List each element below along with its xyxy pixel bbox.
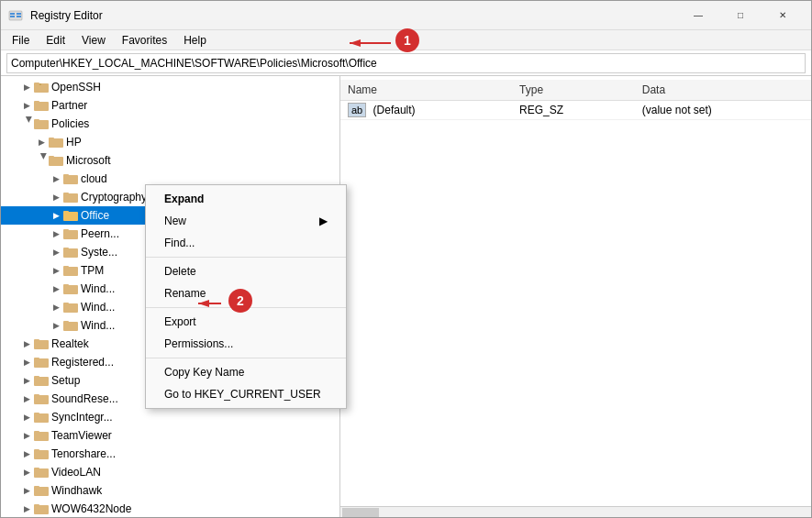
tree-label-hp: HP <box>66 136 82 149</box>
row-data: (value not set) <box>635 101 811 120</box>
main-area: ▶ OpenSSH ▶ Partner ▶ Policies ▶ HP <box>1 76 811 517</box>
svg-rect-19 <box>63 193 69 195</box>
tree-item-partner[interactable]: ▶ Partner <box>1 96 339 115</box>
expand-microsoft[interactable]: ▶ <box>34 153 49 168</box>
tree-label-openssh: OpenSSH <box>51 81 101 94</box>
ab-icon: ab <box>348 103 366 117</box>
ctx-expand[interactable]: Expand <box>146 188 346 210</box>
expand-tpm[interactable]: ▶ <box>49 263 63 278</box>
scrollbar-thumb[interactable] <box>342 508 379 517</box>
tree-item-microsoft[interactable]: ▶ Microsoft <box>1 151 339 170</box>
svg-rect-41 <box>34 394 39 397</box>
tree-item-teamviewer[interactable]: ▶ TeamViewer <box>1 426 339 445</box>
address-input[interactable] <box>6 53 806 73</box>
tree-label-cloud: cloud <box>81 172 107 185</box>
expand-policies[interactable]: ▶ <box>19 116 34 131</box>
expand-teamviewer[interactable]: ▶ <box>19 428 34 443</box>
svg-rect-2 <box>10 16 15 17</box>
svg-rect-39 <box>34 376 39 379</box>
expand-wind1[interactable]: ▶ <box>49 281 63 296</box>
folder-icon-syncintegr <box>34 411 49 424</box>
expand-wow6432node[interactable]: ▶ <box>19 501 34 516</box>
folder-icon-soundrese <box>34 392 49 405</box>
right-panel: Name Type Data ab (Default) REG_SZ (valu… <box>340 76 811 517</box>
registry-table: Name Type Data ab (Default) REG_SZ (valu… <box>340 80 811 120</box>
svg-rect-45 <box>34 431 39 434</box>
expand-syncintegr[interactable]: ▶ <box>19 410 34 424</box>
expand-peern[interactable]: ▶ <box>49 226 63 241</box>
arrow-annotation-1 <box>340 34 400 52</box>
tree-item-hp[interactable]: ▶ HP <box>1 133 339 151</box>
svg-rect-23 <box>63 229 69 232</box>
expand-realtek[interactable]: ▶ <box>19 336 34 351</box>
folder-icon-videolan <box>34 466 49 479</box>
expand-hp[interactable]: ▶ <box>34 135 49 149</box>
folder-icon-cloud <box>63 172 78 185</box>
ctx-new[interactable]: New ▶ <box>146 210 346 232</box>
tree-label-wow6432node: WOW6432Node <box>51 502 131 515</box>
svg-rect-47 <box>34 449 39 452</box>
ctx-permissions[interactable]: Permissions... <box>146 333 346 355</box>
svg-rect-17 <box>63 174 69 177</box>
tree-item-windhawk[interactable]: ▶ Windhawk <box>1 481 339 500</box>
horizontal-scrollbar[interactable] <box>340 506 811 517</box>
folder-icon-partner <box>34 99 49 112</box>
tree-label-videolan: VideoLAN <box>51 466 101 479</box>
folder-icon-syste <box>63 246 78 259</box>
expand-syste[interactable]: ▶ <box>49 245 63 259</box>
expand-videolan[interactable]: ▶ <box>19 465 34 479</box>
address-bar <box>1 50 811 76</box>
minimize-button[interactable]: — <box>677 1 719 30</box>
ctx-export[interactable]: Export <box>146 311 346 333</box>
menu-file[interactable]: File <box>5 32 37 49</box>
menu-view[interactable]: View <box>74 32 113 49</box>
expand-soundrese[interactable]: ▶ <box>19 391 34 406</box>
svg-rect-53 <box>34 504 39 507</box>
folder-icon-wind3 <box>63 319 78 332</box>
folder-icon-policies <box>34 117 49 130</box>
annotation-1: 1 <box>395 28 419 52</box>
expand-wind2[interactable]: ▶ <box>49 300 63 314</box>
tree-item-tenorshare[interactable]: ▶ Tenorshare... <box>1 445 339 463</box>
expand-setup[interactable]: ▶ <box>19 373 34 388</box>
ctx-copy-key-name[interactable]: Copy Key Name <box>146 361 346 383</box>
tree-label-setup: Setup <box>51 374 80 387</box>
tree-item-videolan[interactable]: ▶ VideoLAN <box>1 463 339 481</box>
expand-registered[interactable]: ▶ <box>19 355 34 369</box>
menu-edit[interactable]: Edit <box>39 32 72 49</box>
tree-label-syste: Syste... <box>81 246 117 259</box>
svg-rect-13 <box>49 138 54 140</box>
expand-cryptography[interactable]: ▶ <box>49 190 63 204</box>
expand-partner[interactable]: ▶ <box>19 98 34 113</box>
svg-rect-11 <box>34 119 39 122</box>
tree-item-openssh[interactable]: ▶ OpenSSH <box>1 78 339 96</box>
expand-tenorshare[interactable]: ▶ <box>19 446 34 461</box>
svg-rect-37 <box>34 358 39 360</box>
tree-label-realtek: Realtek <box>51 337 89 350</box>
expand-office[interactable]: ▶ <box>49 208 63 223</box>
tree-item-wow6432node[interactable]: ▶ WOW6432Node <box>1 500 339 517</box>
folder-icon-windhawk <box>34 484 49 497</box>
menu-help[interactable]: Help <box>176 32 214 49</box>
expand-windhawk[interactable]: ▶ <box>19 483 34 498</box>
expand-wind3[interactable]: ▶ <box>49 318 63 333</box>
close-button[interactable]: ✕ <box>762 1 804 30</box>
title-bar: Registry Editor — □ ✕ <box>1 1 811 30</box>
tree-item-syncintegr[interactable]: ▶ SyncIntegr... <box>1 408 339 426</box>
folder-icon-office <box>63 209 78 222</box>
tree-label-syncintegr: SyncIntegr... <box>51 411 113 424</box>
menu-favorites[interactable]: Favorites <box>115 32 174 49</box>
arrow-annotation-2 <box>194 294 230 313</box>
svg-rect-31 <box>63 303 69 305</box>
tree-item-policies[interactable]: ▶ Policies <box>1 115 339 133</box>
svg-rect-51 <box>34 486 39 489</box>
annotation-2: 2 <box>228 289 252 313</box>
expand-cloud[interactable]: ▶ <box>49 171 63 186</box>
ctx-goto-hkcu[interactable]: Go to HKEY_CURRENT_USER <box>146 383 346 405</box>
ctx-find[interactable]: Find... <box>146 232 346 254</box>
ctx-delete[interactable]: Delete <box>146 260 346 282</box>
maximize-button[interactable]: □ <box>719 1 762 30</box>
svg-rect-27 <box>63 266 69 269</box>
expand-openssh[interactable]: ▶ <box>19 80 34 94</box>
table-row[interactable]: ab (Default) REG_SZ (value not set) <box>340 101 811 120</box>
